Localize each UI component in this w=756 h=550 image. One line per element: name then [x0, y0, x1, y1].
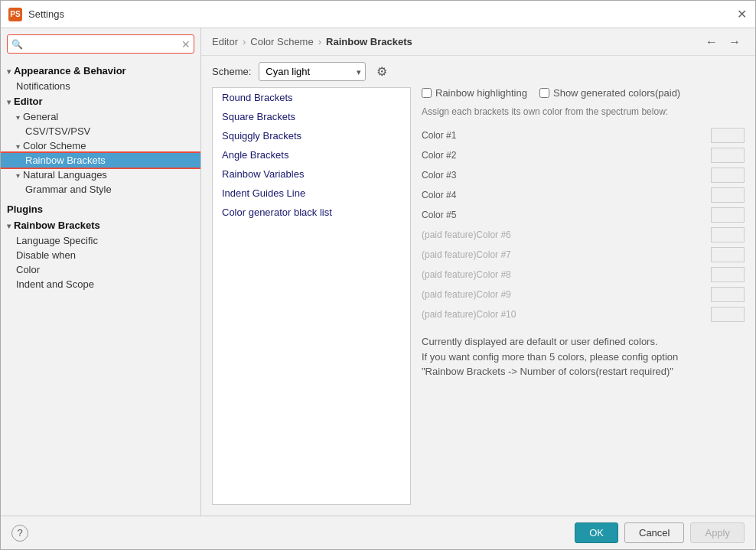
color-6-label: (paid feature)Color #6 [422, 229, 559, 240]
sidebar-item-editor[interactable]: ▾Editor [1, 93, 200, 109]
color-row-6: (paid feature)Color #6 [422, 226, 745, 244]
main-content: Round Brackets Square Brackets Squiggly … [201, 87, 755, 516]
color-4-label: Color #4 [422, 190, 559, 200]
title-bar: PS Settings ✕ [1, 1, 755, 28]
show-generated-input[interactable] [539, 88, 549, 98]
color-2-label: Color #2 [422, 150, 559, 161]
color-5-swatch[interactable] [711, 207, 745, 223]
sidebar-item-lang-specific[interactable]: Language Specific [1, 233, 200, 248]
show-generated-checkbox[interactable]: Show generated colors(paid) [539, 87, 680, 99]
window-title: Settings [28, 8, 64, 20]
sidebar-item-indent-scope[interactable]: Indent and Scope [1, 277, 200, 291]
sidebar-item-rainbow-brackets[interactable]: Rainbow Brackets [1, 153, 200, 168]
sidebar-item-general[interactable]: ▾General [1, 109, 200, 124]
rainbow-highlighting-checkbox[interactable]: Rainbow highlighting [422, 87, 527, 99]
bracket-type-list: Round Brackets Square Brackets Squiggly … [212, 87, 411, 505]
list-item-round[interactable]: Round Brackets [213, 88, 410, 107]
nav-buttons: ← → [702, 34, 745, 50]
list-item-rainbow-vars[interactable]: Rainbow Variables [213, 164, 410, 184]
list-item-angle[interactable]: Angle Brackets [213, 145, 410, 164]
sidebar-item-natural-lang[interactable]: ▾Natural Languages [1, 168, 200, 182]
scheme-label: Scheme: [212, 66, 251, 77]
caret-editor: ▾ [7, 98, 11, 106]
apply-button[interactable]: Apply [690, 522, 745, 543]
settings-tree: ▾Appearance & Behavior Notifications ▾Ed… [1, 60, 200, 516]
breadcrumb-sep2: › [318, 36, 321, 47]
info-text-1: Currently displayed are default or user … [422, 334, 745, 350]
caret-general: ▾ [16, 113, 20, 122]
action-buttons: OK Cancel Apply [575, 522, 745, 543]
sidebar-item-color-scheme[interactable]: ▾Color Scheme [1, 138, 200, 153]
color-rows: Color #1 Color #2 Color #3 [422, 126, 745, 324]
color-10-label: (paid feature)Color #10 [422, 309, 559, 320]
color-row-10: (paid feature)Color #10 [422, 305, 745, 324]
breadcrumb-sep1: › [243, 36, 246, 47]
color-row-7: (paid feature)Color #7 [422, 246, 745, 264]
color-row-8: (paid feature)Color #8 [422, 265, 745, 284]
color-4-swatch[interactable] [711, 187, 745, 203]
color-5-label: Color #5 [422, 210, 559, 220]
color-row-5: Color #5 [422, 206, 745, 224]
search-input[interactable]: rainbow [7, 34, 194, 54]
sidebar-item-color[interactable]: Color [1, 262, 200, 277]
app-logo: PS [8, 8, 22, 21]
nav-forward-button[interactable]: → [725, 34, 745, 50]
color-row-2: Color #2 [422, 146, 745, 164]
info-text-3: "Rainbow Brackets -> Number of colors(re… [422, 364, 745, 379]
color-row-1: Color #1 [422, 126, 745, 145]
list-item-indent-guides[interactable]: Indent Guides Line [213, 184, 410, 203]
list-item-color-gen[interactable]: Color generator black list [213, 203, 410, 222]
help-button[interactable]: ? [11, 525, 28, 542]
color-row-9: (paid feature)Color #9 [422, 285, 745, 304]
sidebar: 🔍 rainbow ✕ ▾Appearance & Behavior Notif… [1, 28, 201, 516]
checkboxes-row: Rainbow highlighting Show generated colo… [422, 87, 745, 99]
sidebar-item-notifications[interactable]: Notifications [1, 79, 200, 93]
sidebar-item-csv[interactable]: CSV/TSV/PSV [1, 124, 200, 138]
breadcrumb-editor: Editor [212, 36, 238, 47]
list-item-square[interactable]: Square Brackets [213, 107, 410, 126]
scheme-select-wrap: Cyan light Default Darcula High Contrast… [259, 62, 366, 81]
settings-dialog: PS Settings ✕ 🔍 rainbow ✕ ▾Appearance & … [0, 0, 756, 550]
sidebar-item-appearance[interactable]: ▾Appearance & Behavior [1, 63, 200, 79]
scheme-select[interactable]: Cyan light Default Darcula High Contrast… [259, 62, 366, 81]
list-item-squiggly[interactable]: Squiggly Brackets [213, 126, 410, 145]
breadcrumb-color-scheme: Color Scheme [250, 36, 313, 47]
content-area: 🔍 rainbow ✕ ▾Appearance & Behavior Notif… [1, 28, 755, 516]
color-8-label: (paid feature)Color #8 [422, 269, 559, 280]
bottom-bar: ? OK Cancel Apply [1, 516, 755, 549]
color-settings-panel: Rainbow highlighting Show generated colo… [422, 87, 745, 505]
info-text-2: If you want config more than 5 colors, p… [422, 350, 745, 365]
title-bar-left: PS Settings [8, 8, 64, 21]
color-9-swatch[interactable] [711, 287, 745, 302]
ok-button[interactable]: OK [575, 522, 618, 543]
close-button[interactable]: ✕ [735, 8, 748, 21]
color-8-swatch[interactable] [711, 267, 745, 282]
info-text: Currently displayed are default or user … [422, 334, 745, 379]
scheme-gear-button[interactable]: ⚙ [373, 63, 390, 80]
caret-rainbow-brackets: ▾ [7, 222, 11, 230]
scheme-bar: Scheme: Cyan light Default Darcula High … [201, 56, 755, 87]
color-6-swatch[interactable] [711, 227, 745, 242]
sidebar-item-grammar[interactable]: Grammar and Style [1, 182, 200, 197]
color-7-label: (paid feature)Color #7 [422, 249, 559, 260]
caret-natural-lang: ▾ [16, 171, 20, 180]
sidebar-item-disable-when[interactable]: Disable when [1, 248, 200, 262]
rainbow-highlighting-input[interactable] [422, 88, 432, 98]
sidebar-item-rainbow-brackets-group[interactable]: ▾Rainbow Brackets [1, 217, 200, 233]
right-panel: Editor › Color Scheme › Rainbow Brackets… [201, 28, 755, 516]
color-1-swatch[interactable] [711, 128, 745, 143]
color-7-swatch[interactable] [711, 247, 745, 262]
color-2-swatch[interactable] [711, 148, 745, 163]
assign-text: Assign each brackets its own color from … [422, 106, 745, 117]
clear-search-button[interactable]: ✕ [181, 38, 191, 50]
sidebar-item-plugins[interactable]: Plugins [1, 201, 200, 217]
color-3-swatch[interactable] [711, 168, 745, 183]
nav-back-button[interactable]: ← [702, 34, 722, 50]
caret-color-scheme: ▾ [16, 142, 20, 151]
search-box: 🔍 rainbow ✕ [7, 34, 194, 54]
breadcrumb-bar: Editor › Color Scheme › Rainbow Brackets… [201, 28, 755, 56]
cancel-button[interactable]: Cancel [624, 522, 684, 543]
search-icon: 🔍 [11, 39, 23, 50]
color-3-label: Color #3 [422, 170, 559, 181]
color-10-swatch[interactable] [711, 307, 745, 322]
